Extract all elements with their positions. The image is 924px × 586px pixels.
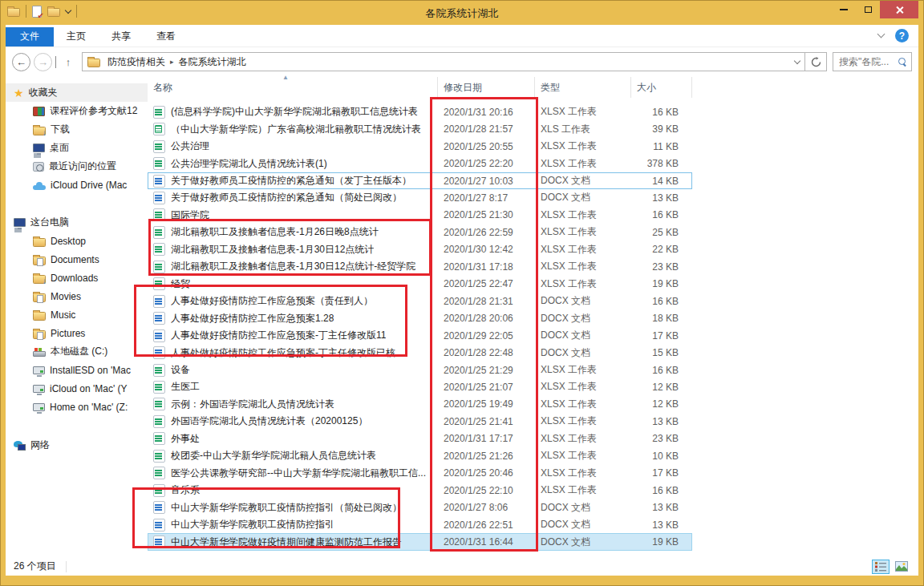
file-row[interactable]: 中山大学新华学院做好疫情期间健康监测防范工作报告2020/1/31 16:44D…: [148, 533, 692, 550]
minimize-button[interactable]: [832, 1, 856, 18]
column-header-label: 类型: [541, 81, 560, 95]
refresh-icon: [811, 57, 821, 67]
sidebar-item[interactable]: Music: [6, 305, 148, 324]
file-row[interactable]: 校团委-中山大学新华学院湖北籍人员信息统计表2020/1/25 21:26XLS…: [148, 447, 692, 464]
sidebar-item[interactable]: 桌面: [6, 139, 148, 157]
sidebar-item[interactable]: Pictures: [6, 324, 148, 342]
address-box[interactable]: 防范疫情相关▸各院系统计湖北: [82, 52, 805, 71]
file-row[interactable]: 公共治理2020/1/25 20:55XLSX 工作表11 KB: [148, 138, 692, 155]
file-row[interactable]: 人事处做好疫情防控工作应急预案（责任到人）2020/1/28 21:31DOCX…: [148, 293, 692, 309]
sidebar-section-2[interactable]: 网络: [6, 436, 148, 455]
file-row[interactable]: （中山大学新华学院）广东省高校湖北籍教职工情况统计表2020/1/28 21:5…: [148, 120, 692, 137]
file-name-cell: （中山大学新华学院）广东省高校湖北籍教职工情况统计表: [148, 123, 438, 136]
search-input[interactable]: [837, 55, 898, 68]
file-name-cell: 中山大学新华学院做好疫情期间健康监测防范工作报告: [148, 535, 438, 549]
file-row[interactable]: 外事处2020/1/31 17:17XLSX 工作表23 KB: [148, 430, 692, 447]
thumbnail-view-button[interactable]: [893, 560, 910, 574]
file-name: 中山大学新华学院教职工疫情防控指引（简处已阅改）: [171, 501, 402, 515]
sidebar-item[interactable]: iCloud Drive (Mac: [6, 176, 148, 194]
word-doc-icon: [153, 329, 165, 342]
file-row[interactable]: 生医工2020/1/25 21:07XLSX 工作表12 KB: [148, 378, 692, 395]
file-row[interactable]: 湖北籍教职工及接触者信息表-1月30日12点统计-经贸学院2020/1/31 1…: [148, 258, 692, 275]
file-name-cell: 湖北籍教职工及接触者信息表-1月30日12点统计: [148, 243, 438, 257]
file-row[interactable]: 中山大学新华学院教职工疫情防控指引2020/1/26 22:51DOCX 文档1…: [148, 516, 692, 533]
file-row[interactable]: 关于做好教师员工疫情防控的紧急通知（发丁主任版本）2020/1/27 10:03…: [148, 172, 692, 189]
file-size: 378 KB: [631, 158, 687, 169]
file-row[interactable]: 设备2020/1/25 21:29XLSX 工作表16 KB: [148, 362, 692, 378]
sidebar-item[interactable]: Home on 'Mac' (Z:: [6, 398, 148, 416]
file-row[interactable]: 湖北籍教职工及接触者信息表-1月26日晚8点统计2020/1/26 22:59X…: [148, 224, 692, 240]
refresh-button[interactable]: [805, 52, 827, 71]
file-row[interactable]: 人事处做好疫情防控工作应急预案-丁主任修改版112020/1/29 22:05D…: [148, 327, 692, 344]
file-row[interactable]: 外国语学院湖北人员情况统计表（20200125）2020/1/25 21:41X…: [148, 413, 692, 430]
file-row[interactable]: 湖北籍教职工及接触者信息表-1月30日12点统计2020/1/30 12:42X…: [148, 241, 692, 258]
file-row[interactable]: 国际学院2020/1/25 21:30XLSX 工作表16 KB: [148, 207, 692, 224]
sidebar-item[interactable]: 下载: [6, 120, 148, 139]
new-folder-icon[interactable]: [47, 8, 60, 17]
window-folder-icon[interactable]: [7, 8, 20, 17]
breadcrumb-item[interactable]: 防范疫情相关: [105, 55, 168, 69]
file-row[interactable]: 示例：外国语学院湖北人员情况统计表2020/1/25 19:49XLSX 工作表…: [148, 396, 692, 413]
back-button[interactable]: ←: [12, 53, 30, 71]
tab-1[interactable]: 共享: [99, 27, 144, 46]
word-doc-icon: [153, 175, 165, 188]
address-dropdown-chevron-icon[interactable]: [794, 58, 800, 64]
file-type: XLSX 工作表: [535, 432, 631, 446]
sidebar-item[interactable]: Movies: [6, 287, 148, 305]
local-disk-icon: [33, 351, 46, 357]
maximize-button[interactable]: [856, 1, 880, 18]
properties-check-icon[interactable]: [32, 6, 42, 18]
sidebar-item[interactable]: 本地磁盘 (C:): [6, 342, 148, 361]
file-row[interactable]: 人事处做好疫情防控工作应急预案1.282020/1/28 20:06DOCX 文…: [148, 309, 692, 326]
sidebar-item[interactable]: Downloads: [6, 269, 148, 287]
file-size: 23 KB: [631, 261, 687, 273]
details-view-button[interactable]: [872, 560, 890, 574]
file-row[interactable]: 中山大学新华学院教职工疫情防控指引（简处已阅改）2020/1/27 8:06DO…: [148, 499, 692, 515]
forward-button[interactable]: →: [34, 53, 52, 71]
file-row[interactable]: 经贸2020/1/25 22:47XLSX 工作表19 KB: [148, 276, 692, 293]
file-type: DOCX 文档: [535, 535, 631, 549]
breadcrumb-item[interactable]: 各院系统计湖北: [176, 55, 249, 69]
file-row[interactable]: 音乐系2020/1/25 22:10XLSX 工作表16 KB: [148, 482, 692, 499]
file-date: 2020/1/28 21:31: [438, 296, 535, 307]
sidebar-item-label: Pictures: [51, 328, 85, 339]
column-header-0[interactable]: 名称: [148, 77, 438, 98]
file-name-cell: 中山大学新华学院教职工疫情防控指引（简处已阅改）: [148, 501, 438, 515]
sidebar-item[interactable]: 课程评价参考文献12: [6, 102, 148, 120]
sidebar-section-1[interactable]: 这台电脑: [6, 213, 148, 232]
column-header-2[interactable]: 类型: [535, 77, 631, 98]
file-row[interactable]: 医学公共课教学研究部--中山大学新华学院湖北籍教职工信...2020/1/25 …: [148, 465, 692, 482]
document-folder-icon: [33, 257, 46, 265]
close-button[interactable]: [880, 1, 918, 18]
excel-doc-icon: [153, 484, 165, 497]
file-name-cell: 校团委-中山大学新华学院湖北籍人员信息统计表: [148, 449, 438, 463]
tab-2[interactable]: 查看: [144, 27, 188, 46]
column-header-label: 修改日期: [444, 81, 482, 95]
word-doc-icon: [153, 295, 165, 308]
file-row[interactable]: (信息科学学院)中山大学新华学院湖北籍教职工信息统计表2020/1/31 20:…: [148, 103, 692, 120]
file-row[interactable]: 公共治理学院湖北人员情况统计表(1)2020/1/25 22:20XLSX 工作…: [148, 155, 692, 172]
sidebar-item[interactable]: iCloud on 'Mac' (Y: [6, 379, 148, 398]
recent-locations-chevron-icon[interactable]: [52, 56, 59, 67]
expand-ribbon-chevron-icon[interactable]: [877, 30, 886, 38]
column-header-3[interactable]: 大小: [631, 77, 692, 98]
help-icon[interactable]: ?: [895, 29, 909, 42]
file-name: 湖北籍教职工及接触者信息表-1月26日晚8点统计: [171, 225, 379, 239]
sidebar-section-0[interactable]: ★收藏夹: [6, 83, 148, 102]
sidebar-item[interactable]: Desktop: [6, 232, 148, 250]
customize-toolbar-chevron-icon[interactable]: [65, 6, 71, 13]
column-header-1[interactable]: 修改日期: [438, 77, 535, 98]
file-size: 13 KB: [631, 502, 687, 513]
sidebar-item[interactable]: InstallESD on 'Mac: [6, 361, 148, 379]
tab-file[interactable]: 文件: [6, 27, 54, 46]
search-icon[interactable]: [898, 58, 907, 67]
tab-0[interactable]: 主页: [54, 27, 99, 46]
file-name-cell: 外国语学院湖北人员情况统计表（20200125）: [148, 414, 438, 428]
file-row[interactable]: 关于做好教师员工疫情防控的紧急通知（简处已阅改）2020/1/27 8:17DO…: [148, 189, 692, 206]
sidebar-item[interactable]: Documents: [6, 250, 148, 269]
up-button[interactable]: ↑: [59, 56, 77, 68]
file-name: 中山大学新华学院教职工疫情防控指引: [171, 518, 334, 531]
file-name-cell: 关于做好教师员工疫情防控的紧急通知（简处已阅改）: [148, 191, 438, 204]
file-row[interactable]: 人事处做好疫情防控工作应急预案-丁主任修改版已核2020/1/28 22:48D…: [148, 344, 692, 361]
sidebar-item[interactable]: 最近访问的位置: [6, 157, 148, 176]
